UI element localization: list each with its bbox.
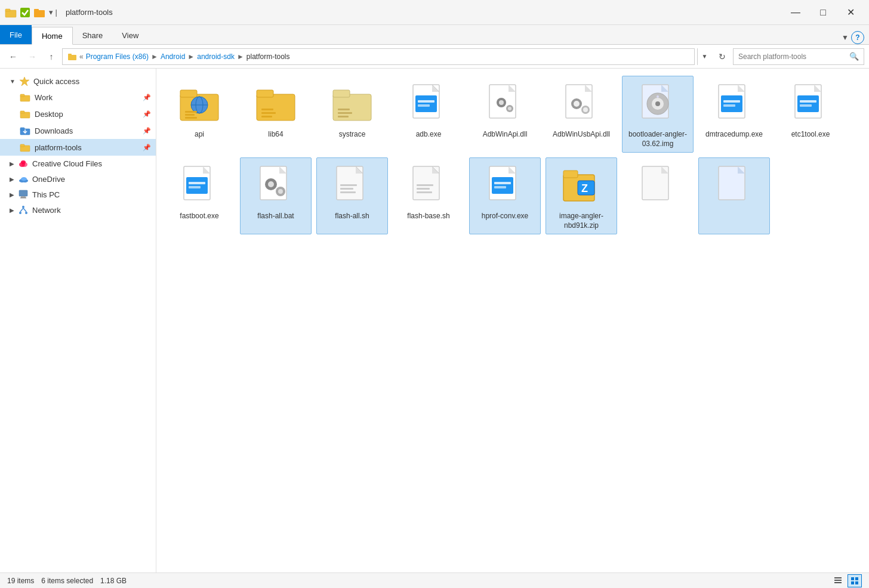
platform-tools-pin-icon: 📌 [143,144,151,151]
svg-rect-2 [20,8,30,17]
address-box[interactable]: « Program Files (x86) ► Android ► androi… [62,48,695,65]
tab-file[interactable]: File [0,25,32,44]
file-item[interactable]: flash-base.sh [393,157,464,234]
file-item[interactable]: flash-all.sh [316,157,388,234]
folder-orange-icon [33,7,45,18]
file-item[interactable]: adb.exe [393,76,464,153]
sidebar-section-onedrive[interactable]: ▶ OneDrive [0,171,156,187]
systrace-label: systrace [339,130,366,140]
large-icons-view-button[interactable] [848,574,862,587]
window-controls: — □ ✕ [782,4,864,21]
addr-sep-0: « [79,52,84,61]
onedrive-label: OneDrive [32,175,65,184]
svg-marker-7 [20,77,29,86]
tab-view[interactable]: View [112,26,148,44]
svg-rect-76 [723,104,735,107]
svg-point-57 [499,100,504,105]
sidebar-item-platform-tools[interactable]: platform-tools 📌 [0,139,156,156]
svg-point-25 [22,206,24,208]
file-item[interactable]: lib64 [240,76,312,153]
svg-rect-79 [797,95,819,112]
addr-crumb-1[interactable]: Android [161,52,185,61]
svg-rect-104 [417,191,432,193]
ribbon-collapse-icon[interactable]: ▼ [842,33,849,42]
sidebar-item-downloads[interactable]: Downloads 📌 [0,122,156,139]
svg-rect-103 [417,188,430,190]
flash-all-bat-label: flash-all.bat [257,212,294,221]
adbwinapi-dll-icon [481,80,529,128]
ribbon: File Home Share View ▼ ? [0,25,869,45]
flash-base-sh-label: flash-base.sh [407,212,449,221]
api-label: api [195,130,204,140]
creative-cloud-label: Creative Cloud Files [32,159,102,168]
address-dropdown-button[interactable]: ▼ [697,48,711,65]
maximize-button[interactable]: □ [809,4,837,21]
refresh-button[interactable]: ↻ [714,48,731,65]
addr-crumb-2[interactable]: android-sdk [197,52,235,61]
file-item[interactable]: etc1tool.exe [775,76,846,153]
svg-rect-96 [340,184,357,186]
back-button[interactable]: ← [5,48,21,65]
sidebar-item-desktop[interactable]: Desktop 📌 [0,106,156,122]
tab-share[interactable]: Share [73,26,113,44]
svg-rect-4 [34,9,39,11]
up-button[interactable]: ↑ [43,48,60,65]
addr-crumb-0[interactable]: Program Files (x86) [86,52,149,61]
file-item[interactable]: bootloader-angler-03.62.img [622,76,694,153]
svg-rect-40 [261,109,273,110]
sidebar-item-work[interactable]: Work 📌 [0,89,156,106]
sidebar-section-quick-access[interactable]: ▼ Quick access [0,73,156,89]
file-item[interactable]: fastboot.exe [164,157,235,234]
help-button[interactable]: ? [851,31,864,44]
downloads-label: Downloads [35,126,139,135]
close-button[interactable]: ✕ [837,4,864,21]
file-item[interactable]: hprof-conv.exe [469,157,541,234]
sidebar-section-creative-cloud[interactable]: ▶ Creative Cloud Files [0,156,156,171]
adb-exe-icon [405,80,452,128]
svg-rect-23 [21,196,26,197]
star-icon [19,76,30,86]
bootloader-img-icon [634,80,682,128]
forward-button[interactable]: → [24,48,41,65]
sidebar-section-network[interactable]: ▶ Network [0,202,156,218]
file-item[interactable]: dmtracedump.exe [698,76,770,153]
svg-rect-118 [834,577,842,578]
flash-base-sh-icon [405,162,452,209]
file-item-partial-2[interactable] [698,157,770,234]
onedrive-chevron: ▶ [10,176,14,182]
hprof-conv-exe-icon [481,162,529,209]
file-item[interactable]: AdbWinUsbApi.dll [546,76,617,153]
search-box[interactable]: 🔍 [733,48,864,65]
addr-sep-3: ► [237,52,244,61]
file-item[interactable]: Z image-angler-nbd91k.zip [546,157,617,234]
titlebar-icons: ▾ | [5,7,58,18]
file-item[interactable]: AdbWinApi.dll [469,76,541,153]
svg-rect-122 [855,577,858,580]
svg-rect-15 [20,144,24,147]
svg-rect-41 [261,112,276,114]
sidebar-section-this-pc[interactable]: ▶ This PC [0,187,156,202]
svg-rect-119 [834,580,842,581]
svg-rect-51 [415,95,437,112]
minimize-button[interactable]: — [782,4,809,21]
file-item[interactable]: flash-all.bat [240,157,312,234]
svg-rect-81 [800,104,812,107]
file-item-partial-1[interactable] [622,157,694,234]
adb-exe-label: adb.exe [416,130,442,140]
desktop-folder-icon [19,108,31,120]
svg-rect-98 [340,191,356,193]
checkmark-icon [19,7,31,18]
svg-rect-124 [855,581,858,584]
svg-point-27 [25,212,27,214]
file-item[interactable]: systrace [316,76,388,153]
folder-icon-small [5,7,17,18]
creative-cloud-icon [18,158,29,169]
tab-home[interactable]: Home [32,27,73,45]
adbwinusbapi-dll-icon [557,80,605,128]
cc-chevron: ▶ [10,160,14,167]
svg-rect-52 [418,100,434,103]
file-item[interactable]: api [164,76,235,153]
statusbar: 19 items 6 items selected 1.18 GB [0,572,869,588]
details-view-button[interactable] [831,574,845,587]
search-input[interactable] [738,52,847,61]
